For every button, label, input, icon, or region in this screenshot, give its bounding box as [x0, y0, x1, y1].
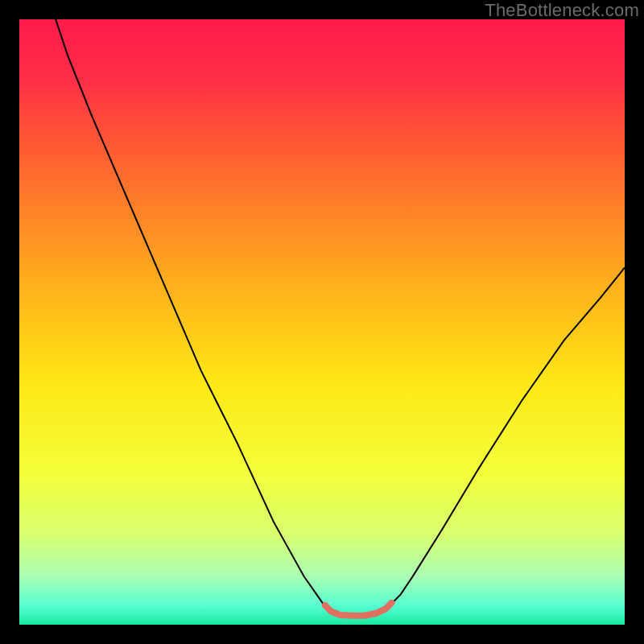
watermark-text: TheBottleneck.com — [485, 0, 639, 21]
chart-frame — [19, 19, 625, 625]
bottleneck-chart — [19, 19, 625, 625]
gradient-background — [19, 19, 625, 625]
